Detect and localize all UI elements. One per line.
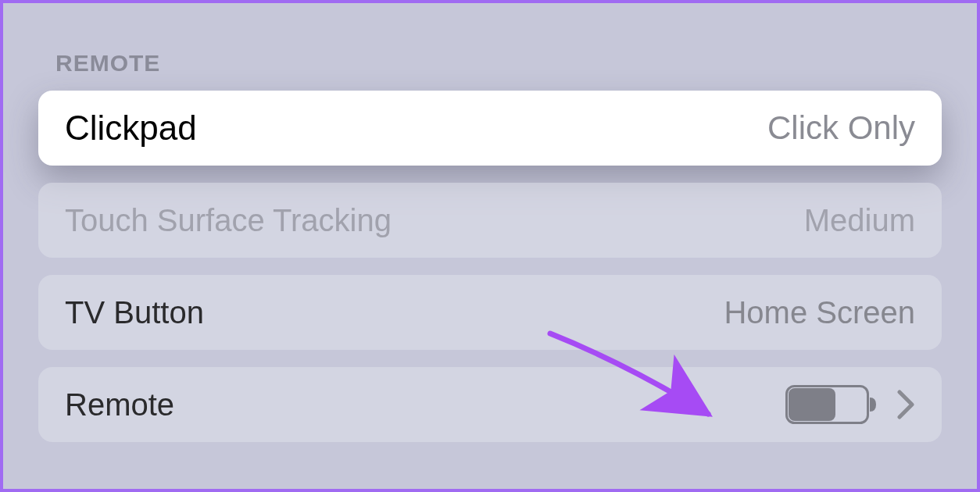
row-tvbutton-label: TV Button — [65, 295, 204, 330]
section-header-remote: REMOTE — [55, 50, 942, 77]
row-tracking-value: Medium — [804, 203, 915, 238]
row-tvbutton-value: Home Screen — [724, 295, 915, 330]
row-tv-button[interactable]: TV Button Home Screen — [38, 275, 942, 350]
row-tracking-label: Touch Surface Tracking — [65, 203, 392, 238]
settings-list: Clickpad Click Only Touch Surface Tracki… — [38, 91, 942, 442]
row-clickpad[interactable]: Clickpad Click Only — [38, 91, 942, 166]
row-clickpad-value: Click Only — [767, 109, 915, 147]
row-remote-right — [785, 385, 915, 424]
battery-icon — [785, 385, 878, 424]
row-touch-surface-tracking[interactable]: Touch Surface Tracking Medium — [38, 183, 942, 258]
row-remote-label: Remote — [65, 387, 174, 422]
row-clickpad-label: Clickpad — [65, 109, 197, 148]
row-remote[interactable]: Remote — [38, 367, 942, 442]
svg-rect-1 — [789, 388, 835, 421]
chevron-right-icon — [896, 389, 915, 420]
settings-panel: REMOTE Clickpad Click Only Touch Surface… — [3, 3, 977, 473]
